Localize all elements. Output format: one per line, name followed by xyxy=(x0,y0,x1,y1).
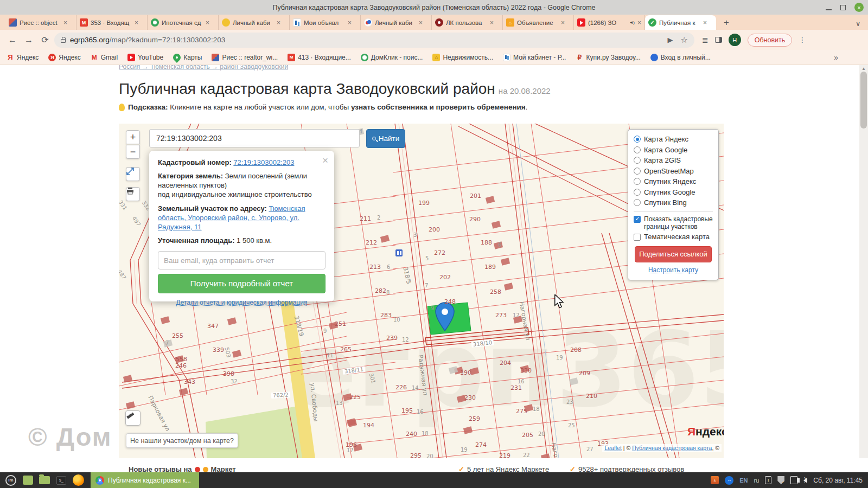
keyboard-layout-ru[interactable]: ru xyxy=(754,477,760,484)
lock-icon[interactable] xyxy=(61,39,66,43)
radio-icon[interactable] xyxy=(634,178,641,185)
tab-close-icon[interactable]: × xyxy=(206,19,209,27)
map-tooltip[interactable]: Не нашли участок/дом на карте? xyxy=(126,433,238,448)
file-tray-icon[interactable] xyxy=(790,476,797,484)
menu-dots-icon[interactable]: ⋮ xyxy=(799,36,806,44)
side-panel-icon[interactable] xyxy=(715,37,722,43)
cadastral-map[interactable]: егрп365 xyxy=(119,124,724,458)
tab-ries[interactable]: Риес :: object× xyxy=(5,15,76,30)
radio-icon[interactable] xyxy=(634,199,641,206)
bookmark-cabinet[interactable]: Мой кабинет - Р... xyxy=(503,54,566,61)
files-button[interactable] xyxy=(39,474,50,486)
bookmark-ries[interactable]: Риес :: realtor_wi... xyxy=(212,54,278,61)
layer-option-google-map[interactable]: Карта Google xyxy=(634,145,713,156)
tab-lk-user[interactable]: ЛК пользова× xyxy=(432,15,503,30)
radio-icon[interactable] xyxy=(634,136,641,143)
taskbar-clock[interactable]: Сб, 20 авг, 11:45 xyxy=(813,477,863,484)
radio-icon[interactable] xyxy=(634,157,641,164)
new-tab-button[interactable]: + xyxy=(719,16,733,30)
keyboard-layout-en[interactable]: EN xyxy=(739,477,748,484)
layer-option-yandex-map[interactable]: Карта Яндекс xyxy=(634,134,713,145)
tab-close-icon[interactable]: × xyxy=(703,19,707,27)
checkbox-cadastral-borders[interactable]: Показать кадастровые границы участков xyxy=(634,215,713,231)
share-icon[interactable]: ▶ xyxy=(668,36,673,44)
tab-close-icon[interactable]: × xyxy=(63,19,67,27)
tab-audio-icon[interactable]: ◄) xyxy=(629,20,635,25)
bookmark-yandex-2[interactable]: ЯЯндекс xyxy=(48,54,80,61)
report-details-link[interactable]: Детали отчета и юридическая информация xyxy=(158,299,326,307)
reload-button[interactable]: ⟳ xyxy=(38,33,52,47)
maximize-icon[interactable] xyxy=(840,5,846,10)
page-scrollbar[interactable]: ▲ ▼ xyxy=(859,65,868,472)
terminal-button[interactable]: $_ xyxy=(55,474,67,486)
tab-cadastral-map[interactable]: ✓Публичная к× xyxy=(645,15,716,30)
get-report-button[interactable]: Получить подробный отчет xyxy=(158,274,326,293)
fullscreen-button[interactable] xyxy=(126,167,140,181)
kadnum-link[interactable]: 72:19:1303002:203 xyxy=(233,158,294,166)
configure-map-link[interactable]: Настроить карту xyxy=(634,266,713,274)
avatar[interactable]: H xyxy=(729,34,741,46)
clipboard-tray-icon[interactable]: ! xyxy=(765,476,771,484)
update-chrome-button[interactable]: Обновить xyxy=(748,34,793,47)
layer-option-osm[interactable]: OpenStreetMap xyxy=(634,166,713,177)
volume-tray-icon[interactable] xyxy=(803,478,807,483)
address-bar[interactable]: egrp365.org/map/?kadnum=72:19:1303002:20… xyxy=(54,33,694,48)
tab-close-icon[interactable]: × xyxy=(490,19,494,27)
radio-icon[interactable] xyxy=(634,189,641,196)
bookmark-vhod[interactable]: Вход в личный... xyxy=(650,54,711,61)
layer-option-bing-sat[interactable]: Спутник Bing xyxy=(634,197,713,208)
reading-list-icon[interactable]: ≣ xyxy=(702,36,709,44)
close-icon[interactable]: × xyxy=(854,3,864,12)
share-link-button[interactable]: Поделиться ссылкой xyxy=(635,246,712,262)
tab-close-icon[interactable]: × xyxy=(561,19,565,27)
teamviewer-tray-icon[interactable]: ↔ xyxy=(725,476,733,485)
pkk-link[interactable]: Публичная кадастровая карта xyxy=(632,445,712,451)
zoom-in-button[interactable]: + xyxy=(126,130,140,144)
layer-option-google-sat[interactable]: Спутник Google xyxy=(634,187,713,198)
tab-cabinet-2[interactable]: Личный каби× xyxy=(361,15,432,30)
tab-close-icon[interactable]: × xyxy=(135,19,138,27)
bookmarks-overflow-icon[interactable]: » xyxy=(834,53,838,62)
tab-mail-353[interactable]: М353 · Входящ× xyxy=(76,15,148,30)
search-input[interactable] xyxy=(149,129,360,147)
show-desktop-button[interactable] xyxy=(22,474,34,486)
bookmark-star-icon[interactable]: ☆ xyxy=(681,35,688,45)
tab-close-icon[interactable]: × xyxy=(348,19,352,27)
email-field[interactable] xyxy=(158,251,326,269)
layer-option-yandex-sat[interactable]: Спутник Яндекс xyxy=(634,176,713,187)
zoom-out-button[interactable]: − xyxy=(126,145,140,159)
scrollbar-thumb[interactable] xyxy=(860,72,867,129)
tab-cabinet-1[interactable]: Личный каби× xyxy=(219,15,290,30)
tab-listing[interactable]: ⌂Объявление× xyxy=(503,15,574,30)
tab-close-icon[interactable]: × xyxy=(419,19,423,27)
bookmark-mail-413[interactable]: М413 · Входящие... xyxy=(288,54,351,61)
leaflet-link[interactable]: Leaflet xyxy=(604,445,622,451)
taskbar-chrome-task[interactable]: Публичная кадастровая к... xyxy=(91,472,199,488)
radio-icon[interactable] xyxy=(634,146,641,153)
tab-ads[interactable]: Мои объявл× xyxy=(290,15,361,30)
layer-option-2gis-map[interactable]: Карта 2GIS xyxy=(634,155,713,166)
mint-menu-button[interactable]: lm xyxy=(5,474,17,486)
scroll-up-icon[interactable]: ▲ xyxy=(859,66,868,71)
find-button[interactable]: Найти xyxy=(366,129,405,148)
tab-close-icon[interactable]: × xyxy=(277,19,280,27)
popup-close-icon[interactable]: × xyxy=(322,153,328,167)
bookmark-domclick[interactable]: ДомКлик - поис... xyxy=(361,54,423,61)
checkbox-icon[interactable] xyxy=(634,216,641,223)
tab-youtube[interactable]: (1266) ЗО◄)× xyxy=(574,15,645,30)
tab-close-icon[interactable]: × xyxy=(637,19,641,27)
tab-ipoteka[interactable]: Ипотечная сд× xyxy=(148,15,219,30)
back-button[interactable]: ← xyxy=(5,33,20,47)
measure-button[interactable] xyxy=(125,410,141,426)
minimize-icon[interactable] xyxy=(826,9,832,10)
bookmark-nedvizhimost[interactable]: ⌂Недвижимость... xyxy=(432,54,493,61)
bookmark-maps[interactable]: Карты xyxy=(173,54,202,61)
bookmark-gmail[interactable]: MGmail xyxy=(91,54,118,61)
bookmark-youtube[interactable]: YouTube xyxy=(127,54,163,61)
calculator-tray-icon[interactable]: ± xyxy=(711,476,719,484)
checkbox-icon[interactable] xyxy=(634,234,641,241)
bookmark-kupi[interactable]: ₽Купи.ру Заводоу... xyxy=(576,54,640,61)
firefox-button[interactable] xyxy=(72,474,84,486)
shield-tray-icon[interactable] xyxy=(777,476,784,484)
forward-button[interactable]: → xyxy=(22,33,36,47)
